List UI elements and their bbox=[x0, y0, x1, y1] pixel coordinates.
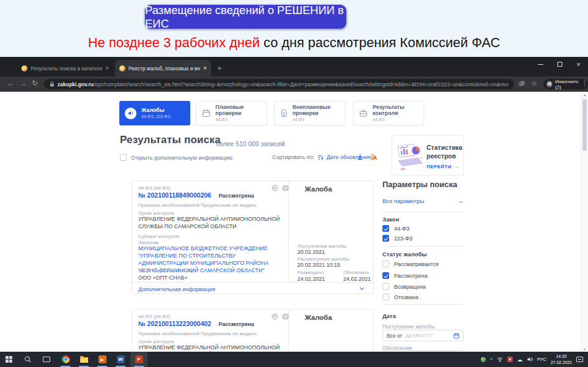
cloud-icon[interactable]: ☁ bbox=[517, 357, 523, 363]
checkbox-under-review[interactable]: Рассматривается bbox=[382, 261, 439, 267]
close-tab-icon[interactable]: × bbox=[105, 65, 109, 72]
taskbar-word-button[interactable]: W bbox=[112, 352, 129, 367]
new-tab-button[interactable]: + bbox=[217, 64, 222, 73]
task-view-button[interactable] bbox=[38, 352, 55, 367]
complaint-number-link[interactable]: № 202100113223000402 bbox=[138, 320, 211, 327]
notification-center-icon[interactable] bbox=[576, 357, 583, 362]
receipt-date-from-input[interactable]: Все от ДД.ММ.ГГГГ bbox=[382, 330, 464, 341]
checkbox-icon bbox=[382, 261, 389, 267]
complaint-card: 44-ФЗ (94-ФЗ) № 202100118849000206 Рассм… bbox=[132, 180, 374, 294]
receipt-date-label: Поступление жалобы bbox=[297, 243, 346, 249]
complaint-number-link[interactable]: № 202100118849000206 bbox=[138, 191, 211, 199]
checkbox-reviewed[interactable]: Рассмотрена bbox=[382, 272, 428, 279]
start-button[interactable] bbox=[0, 352, 17, 367]
nav-card-planned-checks[interactable]: Плановые проверки 44-ФЗ bbox=[196, 101, 267, 125]
scrollbar-thumb[interactable] bbox=[582, 99, 587, 151]
nav-card-control-results[interactable]: Результаты контроля 44-ФЗ bbox=[353, 101, 424, 125]
taskbar-search-button[interactable] bbox=[19, 352, 36, 367]
printer-icon[interactable] bbox=[282, 185, 289, 191]
statistics-card[interactable]: Статистика реестров ПЕРЕЙТИ → bbox=[392, 135, 464, 176]
status-section-title: Статус жалобы bbox=[382, 251, 426, 258]
nav-card-title: Внеплановые проверки bbox=[292, 105, 340, 116]
law-label: 44-ФЗ (94-ФЗ) bbox=[138, 185, 171, 191]
rss-icon[interactable] bbox=[371, 154, 378, 160]
date-text: 27.02.2021 bbox=[551, 360, 572, 365]
calendar-icon[interactable] bbox=[453, 333, 460, 339]
checkbox-label: Возвращена bbox=[394, 284, 426, 290]
date-input-placeholder: ДД.ММ.ГГГГ bbox=[405, 333, 433, 338]
checkbox-44fz[interactable]: 44-ФЗ bbox=[382, 225, 409, 232]
checkbox-icon bbox=[120, 154, 127, 161]
close-window-button[interactable]: × bbox=[569, 57, 588, 72]
loupe-icon[interactable] bbox=[272, 185, 278, 191]
nav-card-subtitle: 44-ФЗ, 223-ФЗ bbox=[141, 114, 170, 119]
minimize-button[interactable] bbox=[531, 57, 550, 72]
reload-icon[interactable]: ↻ bbox=[32, 79, 38, 87]
windows-taskbar: ▶ W P ^ ☁ РУС 14:20 27.02.2021 bbox=[0, 352, 588, 367]
slide-banner-title: Размещение сведений о РЕШЕНИИ в ЕИС bbox=[144, 4, 347, 29]
page-viewport: Жалобы 44-ФЗ, 223-ФЗ Плановые проверки 4… bbox=[0, 92, 588, 352]
network-icon[interactable] bbox=[497, 357, 503, 362]
taskbar-powerpoint-button[interactable]: P bbox=[130, 352, 147, 367]
law-section-title: Закон bbox=[382, 216, 399, 223]
nav-card-unplanned-checks[interactable]: Внеплановые проверки 44-ФЗ bbox=[274, 101, 346, 125]
checkbox-icon bbox=[382, 225, 389, 232]
deadline-rest-text: со дня рассмотрения Комиссией ФАС bbox=[260, 35, 501, 50]
arrow-right-icon: → bbox=[457, 197, 464, 204]
checkbox-label: Рассматривается bbox=[394, 261, 439, 267]
additional-info-link[interactable]: Дополнительная информация bbox=[138, 286, 215, 292]
taskbar-chrome-button[interactable] bbox=[57, 352, 74, 367]
maximize-icon bbox=[557, 62, 562, 67]
browser-tab-registry[interactable]: Реестр жалоб, плановых и вне × bbox=[115, 60, 211, 76]
eye-slash-icon[interactable] bbox=[518, 80, 526, 87]
taskbar-media-button[interactable]: ▶ bbox=[94, 352, 111, 367]
nav-card-complaints[interactable]: Жалобы 44-ФЗ, 223-ФЗ bbox=[119, 101, 190, 125]
browser-tab-catalog[interactable]: Результаты поиска в каталоге × bbox=[17, 60, 113, 76]
divider bbox=[382, 246, 464, 247]
additional-info-row[interactable]: Дополнительная информация bbox=[132, 282, 373, 295]
play-icon: ▶ bbox=[99, 355, 106, 363]
site-favicon-icon bbox=[119, 65, 125, 72]
language-indicator[interactable]: РУС bbox=[537, 357, 546, 362]
all-params-link[interactable]: Все параметры → bbox=[382, 197, 464, 204]
maximize-button[interactable] bbox=[550, 57, 569, 72]
checkbox-label: 223-ФЗ bbox=[394, 235, 412, 242]
close-tab-icon[interactable]: × bbox=[203, 65, 207, 72]
statistics-go-link[interactable]: ПЕРЕЙТИ → bbox=[426, 164, 459, 169]
site-favicon-icon bbox=[21, 65, 28, 72]
tray-chevron-icon[interactable]: ^ bbox=[490, 357, 493, 362]
results-count: более 510 000 записей bbox=[216, 140, 285, 147]
receipt-date-filter-label: Поступление жалобы bbox=[382, 324, 434, 330]
address-bar[interactable]: zakupki.gov.ru/epz/complaint/search/sear… bbox=[44, 79, 514, 89]
law-label: 44-ФЗ (94-ФЗ) bbox=[138, 314, 171, 319]
scroll-up-icon[interactable]: ▴ bbox=[581, 92, 588, 97]
checkbox-withdrawn[interactable]: Отозвана bbox=[382, 294, 419, 300]
scroll-down-icon[interactable]: ▾ bbox=[581, 347, 588, 351]
checkbox-icon bbox=[382, 283, 389, 290]
open-additional-info-checkbox[interactable]: Открыть дополнительную информацию bbox=[120, 154, 233, 161]
tray-app-icon[interactable] bbox=[481, 357, 486, 362]
tray-alert-icon[interactable] bbox=[507, 357, 513, 362]
loupe-icon[interactable] bbox=[272, 313, 278, 320]
checkbox-icon bbox=[382, 235, 389, 242]
page-scrollbar[interactable]: ▴ ▾ bbox=[581, 92, 588, 352]
chrome-icon bbox=[62, 355, 70, 363]
forward-icon[interactable]: → bbox=[20, 79, 27, 87]
checkbox-returned[interactable]: Возвращена bbox=[382, 283, 426, 290]
window-controls: × bbox=[531, 57, 588, 72]
clock[interactable]: 14:20 27.02.2021 bbox=[551, 354, 572, 365]
checkbox-223fz[interactable]: 223-ФЗ bbox=[382, 235, 412, 242]
download-icon[interactable] bbox=[357, 154, 363, 160]
volume-icon[interactable] bbox=[527, 357, 533, 362]
slide-deadline-text: Не позднее 3 рабочих дней со дня рассмот… bbox=[0, 35, 588, 51]
back-icon[interactable]: ← bbox=[7, 79, 15, 87]
printer-icon[interactable] bbox=[282, 313, 289, 320]
taskbar-explorer-button[interactable] bbox=[75, 352, 92, 367]
task-view-icon bbox=[43, 357, 50, 362]
browser-menu-icon[interactable]: ⋮ bbox=[581, 80, 588, 87]
updated-date-label: Обновлено bbox=[343, 270, 369, 275]
checkbox-label: Отозвана bbox=[394, 294, 419, 300]
checkbox-icon bbox=[382, 294, 389, 300]
bookmark-star-icon[interactable]: ☆ bbox=[531, 80, 537, 87]
word-icon: W bbox=[117, 355, 125, 363]
